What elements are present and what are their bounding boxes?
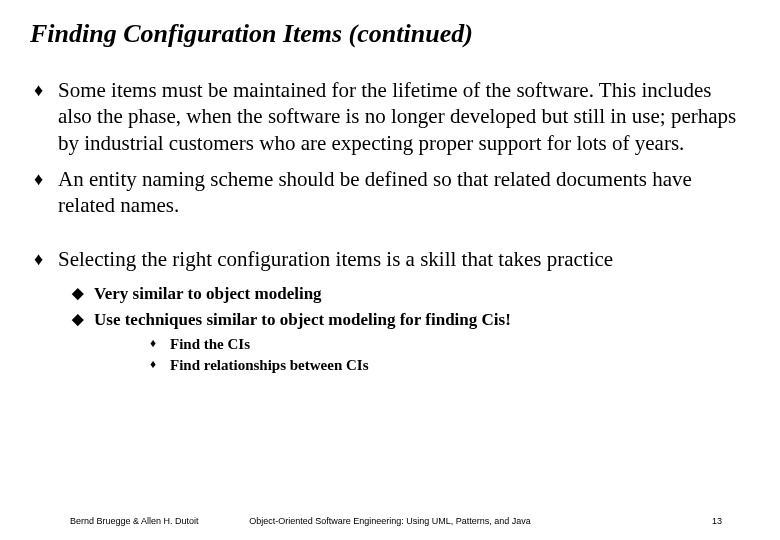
subsub-bullet-item-2: ♦ Find relationships between CIs <box>30 356 750 376</box>
bullet-text: Selecting the right configuration items … <box>58 247 613 271</box>
subsub-bullet-item-1: ♦ Find the CIs <box>30 335 750 355</box>
diamond-icon: ♦ <box>150 336 156 352</box>
sub-bullet-item-2: ◆ Use techniques similar to object model… <box>30 309 750 331</box>
bullet-text: An entity naming scheme should be define… <box>58 167 692 217</box>
bullet-text: Find relationships between CIs <box>170 357 369 373</box>
bullet-text: Some items must be maintained for the li… <box>58 78 736 155</box>
diamond-icon: ◆ <box>72 310 84 330</box>
diamond-icon: ♦ <box>34 248 43 271</box>
slide: Finding Configuration Items (continued) … <box>0 0 780 540</box>
bullet-item-2: ♦ An entity naming scheme should be defi… <box>30 166 750 219</box>
spacer <box>30 228 750 246</box>
bullet-item-3: ♦ Selecting the right configuration item… <box>30 246 750 272</box>
footer-title: Object-Oriented Software Engineering: Us… <box>30 516 750 526</box>
diamond-icon: ♦ <box>150 357 156 373</box>
diamond-icon: ♦ <box>34 79 43 102</box>
bullet-text: Use techniques similar to object modelin… <box>94 310 511 329</box>
slide-title: Finding Configuration Items (continued) <box>30 18 750 49</box>
page-number: 13 <box>712 516 722 526</box>
bullet-text: Very similar to object modeling <box>94 284 322 303</box>
bullet-text: Find the CIs <box>170 336 250 352</box>
diamond-icon: ◆ <box>72 284 84 304</box>
diamond-icon: ♦ <box>34 168 43 191</box>
bullet-item-1: ♦ Some items must be maintained for the … <box>30 77 750 156</box>
sub-bullet-item-1: ◆ Very similar to object modeling <box>30 283 750 305</box>
